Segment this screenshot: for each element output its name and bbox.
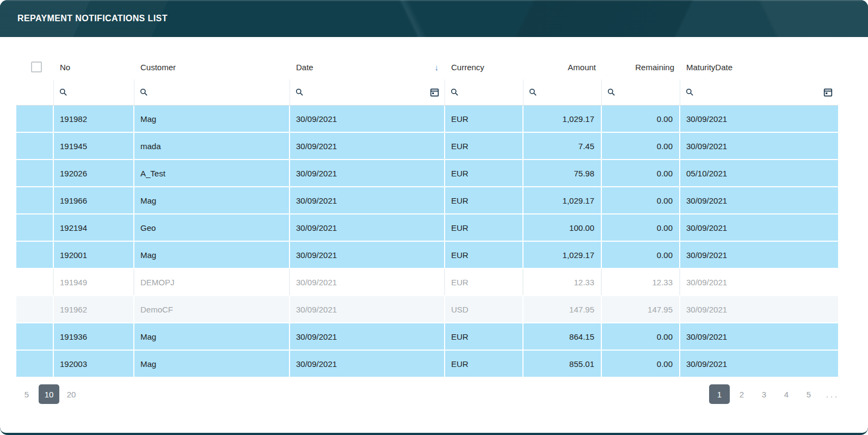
cell-currency: EUR — [445, 215, 524, 241]
filter-cell-no — [54, 79, 134, 105]
cell-currency: USD — [445, 296, 524, 322]
cell-customer: Mag — [134, 187, 290, 213]
cell-maturityDate: 30/09/2021 — [680, 323, 838, 350]
table-row[interactable]: 192194Geo30/09/2021EUR100.000.0030/09/20… — [16, 215, 838, 241]
cell-customer: DEMOPJ — [134, 269, 290, 295]
cell-select — [16, 133, 54, 159]
filter-input-no[interactable] — [59, 79, 128, 105]
page-1[interactable]: 1 — [709, 384, 730, 404]
page-size-selector: 51020 — [16, 384, 83, 404]
table-row[interactable]: 192026A_Test30/09/2021EUR75.980.0005/10/… — [16, 160, 838, 186]
cell-amount: 1,029.17 — [524, 187, 602, 213]
cell-date: 30/09/2021 — [290, 187, 445, 213]
filter-input-maturityDate[interactable] — [686, 79, 833, 105]
cell-customer: Mag — [134, 323, 290, 350]
search-icon — [686, 88, 694, 96]
cell-currency: EUR — [445, 323, 524, 350]
cell-date: 30/09/2021 — [290, 106, 445, 132]
filter-input-remaining[interactable] — [607, 79, 674, 105]
filter-input-date[interactable] — [296, 79, 439, 105]
filter-input-amount[interactable] — [529, 79, 596, 105]
column-header-label: MaturityDate — [686, 63, 732, 72]
cell-amount: 147.95 — [524, 296, 602, 322]
table-row[interactable]: 191966Mag30/09/2021EUR1,029.170.0030/09/… — [16, 187, 838, 213]
column-header-remaining[interactable]: Remaining — [602, 63, 680, 72]
cell-date: 30/09/2021 — [290, 323, 445, 350]
cell-currency: EUR — [445, 351, 524, 377]
filter-cell-amount — [524, 79, 602, 105]
content-panel: NoCustomerDate↓CurrencyAmountRemainingMa… — [0, 37, 868, 433]
cell-select — [16, 160, 54, 186]
page-4[interactable]: 4 — [776, 384, 797, 404]
filter-input-currency[interactable] — [451, 79, 518, 105]
cell-amount: 7.45 — [524, 133, 602, 159]
table-row[interactable]: 191936Mag30/09/2021EUR864.150.0030/09/20… — [16, 323, 838, 350]
table-row[interactable]: 191982Mag30/09/2021EUR1,029.170.0030/09/… — [16, 106, 838, 132]
table-row[interactable]: 192001Mag30/09/2021EUR1,029.170.0030/09/… — [16, 242, 838, 268]
sort-descending-icon[interactable]: ↓ — [435, 63, 439, 72]
cell-no: 191966 — [54, 187, 134, 213]
cell-date: 30/09/2021 — [290, 215, 445, 241]
cell-remaining: 0.00 — [602, 133, 680, 159]
search-icon — [451, 88, 459, 96]
app-window: REPAYMENT NOTIFICATIONS LIST NoCustomerD… — [0, 0, 868, 435]
filter-input-customer[interactable] — [140, 79, 284, 105]
cell-amount: 100.00 — [524, 215, 602, 241]
page-size-10[interactable]: 10 — [39, 384, 59, 404]
page-size-20[interactable]: 20 — [61, 384, 82, 404]
column-header-date[interactable]: Date↓ — [290, 63, 445, 72]
cell-no: 191936 — [54, 323, 134, 350]
table-row[interactable]: 191945mada30/09/2021EUR7.450.0030/09/202… — [16, 133, 838, 159]
search-icon — [296, 88, 304, 96]
cell-maturityDate: 05/10/2021 — [680, 160, 838, 186]
cell-currency: EUR — [445, 187, 524, 213]
column-header-label: No — [60, 63, 70, 72]
table-body: 191982Mag30/09/2021EUR1,029.170.0030/09/… — [16, 106, 838, 377]
filter-cell-empty — [16, 79, 54, 105]
column-header-maturityDate[interactable]: MaturityDate — [680, 63, 838, 72]
cell-maturityDate: 30/09/2021 — [680, 187, 838, 213]
select-all-checkbox[interactable] — [31, 62, 42, 72]
cell-select — [16, 323, 54, 350]
page-5[interactable]: 5 — [798, 384, 819, 404]
cell-remaining: 0.00 — [602, 160, 680, 186]
cell-select — [16, 215, 54, 241]
page-3[interactable]: 3 — [754, 384, 774, 404]
cell-date: 30/09/2021 — [290, 242, 445, 268]
cell-no: 192026 — [54, 160, 134, 186]
cell-no: 191982 — [54, 106, 134, 132]
table-row[interactable]: 192003Mag30/09/2021EUR855.010.0030/09/20… — [16, 351, 838, 377]
cell-customer: mada — [134, 133, 290, 159]
cell-customer: A_Test — [134, 160, 290, 186]
cell-date: 30/09/2021 — [290, 351, 445, 377]
cell-no: 191962 — [54, 296, 134, 322]
cell-select — [16, 187, 54, 213]
cell-remaining: 147.95 — [602, 296, 680, 322]
cell-no: 191949 — [54, 269, 134, 295]
cell-currency: EUR — [445, 242, 524, 268]
calendar-icon[interactable] — [430, 88, 439, 97]
cell-maturityDate: 30/09/2021 — [680, 242, 838, 268]
cell-select — [16, 296, 54, 322]
column-header-label: Remaining — [635, 63, 674, 72]
cell-remaining: 0.00 — [602, 106, 680, 132]
calendar-icon[interactable] — [823, 88, 833, 97]
cell-select — [16, 269, 54, 295]
repayments-table: NoCustomerDate↓CurrencyAmountRemainingMa… — [16, 54, 838, 377]
table-row[interactable]: 191949DEMOPJ30/09/2021EUR12.3312.3330/09… — [16, 269, 838, 295]
page-2[interactable]: 2 — [731, 384, 752, 404]
page-size-5[interactable]: 5 — [16, 384, 37, 404]
table-row[interactable]: 191962DemoCF30/09/2021USD147.95147.9530/… — [16, 296, 838, 322]
table-filter-row — [16, 79, 838, 106]
cell-customer: DemoCF — [134, 296, 290, 322]
column-header-amount[interactable]: Amount — [524, 63, 602, 72]
cell-select — [16, 106, 54, 132]
column-header-currency[interactable]: Currency — [445, 63, 524, 72]
cell-maturityDate: 30/09/2021 — [680, 133, 838, 159]
column-header-label: Currency — [451, 63, 484, 72]
column-header-customer[interactable]: Customer — [134, 63, 290, 72]
cell-date: 30/09/2021 — [290, 296, 445, 322]
cell-maturityDate: 30/09/2021 — [680, 106, 838, 132]
column-header-no[interactable]: No — [54, 63, 134, 72]
page-title: REPAYMENT NOTIFICATIONS LIST — [17, 14, 168, 23]
